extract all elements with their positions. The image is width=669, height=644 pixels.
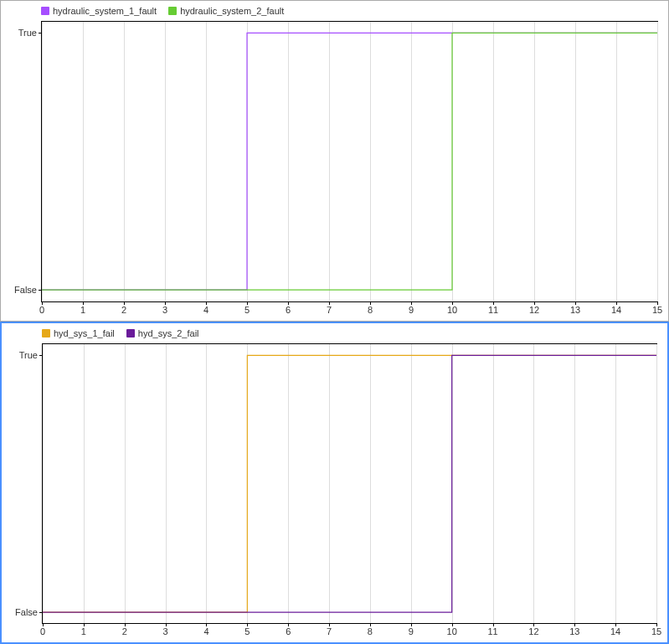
x-tick-label: 6 xyxy=(286,623,291,636)
x-tick-label: 0 xyxy=(40,623,45,636)
plot-region-1[interactable]: 0123456789101112131415FalseTrue xyxy=(42,343,657,625)
x-tick-label: 3 xyxy=(163,623,168,636)
series-line xyxy=(42,33,657,290)
x-tick-label: 13 xyxy=(569,623,579,636)
legend-swatch-icon xyxy=(41,7,49,15)
x-tick-label: 12 xyxy=(528,623,538,636)
legend-item: hydraulic_system_2_fault xyxy=(168,6,284,16)
legend-label: hyd_sys_2_fail xyxy=(138,328,199,338)
legend-label: hyd_sys_1_fail xyxy=(54,328,115,338)
series-line xyxy=(42,33,657,290)
x-tick-label: 15 xyxy=(651,623,661,636)
x-tick-label: 1 xyxy=(81,623,86,636)
x-tick-label: 3 xyxy=(162,301,167,315)
legend-swatch-icon xyxy=(42,329,50,337)
legend-0: hydraulic_system_1_fault hydraulic_syste… xyxy=(1,1,668,18)
series-line xyxy=(43,355,656,612)
x-tick-label: 7 xyxy=(327,623,332,636)
y-tick-label: False xyxy=(14,285,42,295)
x-tick-label: 11 xyxy=(488,301,498,315)
series-line xyxy=(43,355,656,612)
x-tick-label: 14 xyxy=(611,301,621,315)
chart-panel-1[interactable]: hyd_sys_1_fail hyd_sys_2_fail 0123456789… xyxy=(0,322,669,645)
plot-area: 0123456789101112131415FalseTrue xyxy=(41,21,658,302)
x-tick-label: 11 xyxy=(487,623,497,636)
x-tick-label: 8 xyxy=(368,623,373,636)
x-tick-label: 10 xyxy=(447,623,457,636)
legend-item: hydraulic_system_1_fault xyxy=(41,6,157,16)
x-tick-label: 2 xyxy=(122,623,127,636)
x-tick-label: 8 xyxy=(368,301,373,315)
x-tick-label: 5 xyxy=(244,623,250,636)
chart-container: hydraulic_system_1_fault hydraulic_syste… xyxy=(0,0,669,644)
legend-swatch-icon xyxy=(168,7,177,15)
x-tick-label: 9 xyxy=(409,623,414,636)
x-tick-label: 9 xyxy=(409,301,414,315)
legend-item: hyd_sys_1_fail xyxy=(42,328,115,338)
legend-item: hyd_sys_2_fail xyxy=(126,328,199,338)
x-tick-label: 15 xyxy=(652,301,662,315)
chart-panel-0[interactable]: hydraulic_system_1_fault hydraulic_syste… xyxy=(0,0,669,322)
x-tick-label: 6 xyxy=(286,301,291,315)
x-tick-label: 13 xyxy=(570,301,580,315)
x-tick-label: 2 xyxy=(121,301,126,315)
plot-region-0[interactable]: 0123456789101112131415FalseTrue xyxy=(41,21,658,302)
x-tick-label: 1 xyxy=(80,301,85,315)
x-tick-label: 4 xyxy=(203,623,208,636)
legend-1: hyd_sys_1_fail hyd_sys_2_fail xyxy=(2,323,667,340)
legend-label: hydraulic_system_1_fault xyxy=(53,6,157,16)
x-tick-label: 0 xyxy=(39,301,44,315)
y-tick-label: True xyxy=(18,28,42,38)
x-tick-label: 12 xyxy=(529,301,539,315)
plot-area: 0123456789101112131415FalseTrue xyxy=(42,343,657,625)
y-tick-label: False xyxy=(15,607,43,617)
legend-label: hydraulic_system_2_fault xyxy=(180,6,284,16)
x-tick-label: 14 xyxy=(610,623,620,636)
legend-swatch-icon xyxy=(126,329,135,337)
x-tick-label: 10 xyxy=(447,301,457,315)
x-tick-label: 4 xyxy=(203,301,208,315)
y-tick-label: True xyxy=(19,350,43,360)
x-tick-label: 5 xyxy=(244,301,250,315)
x-tick-label: 7 xyxy=(327,301,332,315)
